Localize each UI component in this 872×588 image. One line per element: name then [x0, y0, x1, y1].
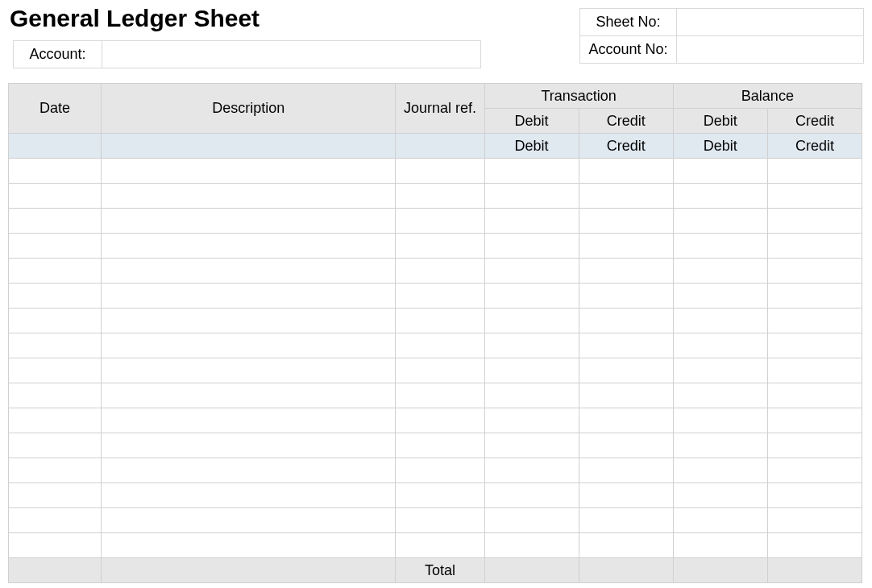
transaction-debit-input[interactable]	[485, 358, 579, 383]
date-input[interactable]	[9, 308, 101, 333]
balance-debit-input[interactable]	[674, 433, 767, 458]
balance-debit-input[interactable]	[674, 184, 767, 208]
balance-debit-input[interactable]	[674, 159, 767, 183]
balance-credit-input[interactable]	[768, 159, 862, 183]
balance-debit-input[interactable]	[674, 508, 767, 532]
transaction-credit-input[interactable]	[579, 184, 673, 208]
balance-credit-input[interactable]	[768, 433, 862, 458]
transaction-debit-input[interactable]	[485, 234, 579, 258]
balance-credit-input[interactable]	[768, 383, 862, 408]
date-input[interactable]	[9, 209, 101, 233]
journal-ref-input[interactable]	[396, 308, 484, 333]
transaction-credit-input[interactable]	[579, 383, 673, 408]
description-input[interactable]	[102, 408, 395, 433]
date-input[interactable]	[9, 458, 101, 482]
balance-credit-input[interactable]	[768, 408, 862, 433]
date-input[interactable]	[9, 259, 101, 283]
description-input[interactable]	[102, 284, 395, 308]
balance-debit-input[interactable]	[674, 533, 767, 557]
date-input[interactable]	[9, 234, 101, 258]
balance-credit-input[interactable]	[768, 234, 862, 258]
transaction-credit-input[interactable]	[579, 458, 673, 482]
journal-ref-input[interactable]	[396, 284, 484, 308]
sheet-no-input[interactable]	[683, 14, 857, 31]
transaction-credit-input[interactable]	[579, 408, 673, 433]
transaction-debit-input[interactable]	[485, 308, 579, 333]
balance-debit-input[interactable]	[674, 458, 767, 482]
account-no-input[interactable]	[683, 41, 857, 59]
transaction-credit-input[interactable]	[579, 433, 673, 458]
description-input[interactable]	[102, 209, 395, 233]
balance-debit-input[interactable]	[674, 259, 767, 283]
journal-ref-input[interactable]	[396, 383, 484, 408]
date-input[interactable]	[9, 433, 101, 458]
journal-ref-input[interactable]	[396, 159, 484, 183]
date-input[interactable]	[9, 159, 101, 183]
description-input[interactable]	[102, 483, 395, 507]
transaction-debit-input[interactable]	[485, 408, 579, 433]
date-input[interactable]	[9, 284, 101, 308]
transaction-credit-input[interactable]	[579, 483, 673, 507]
balance-credit-input[interactable]	[768, 483, 862, 507]
transaction-debit-input[interactable]	[485, 184, 579, 208]
description-input[interactable]	[102, 259, 395, 283]
balance-debit-input[interactable]	[674, 234, 767, 258]
balance-debit-input[interactable]	[674, 358, 767, 383]
journal-ref-input[interactable]	[396, 184, 484, 208]
balance-debit-input[interactable]	[674, 308, 767, 333]
balance-credit-input[interactable]	[768, 184, 862, 208]
transaction-debit-input[interactable]	[485, 458, 579, 482]
transaction-credit-input[interactable]	[579, 508, 673, 532]
balance-credit-input[interactable]	[768, 333, 862, 358]
balance-credit-input[interactable]	[768, 308, 862, 333]
balance-credit-input[interactable]	[768, 358, 862, 383]
balance-credit-input[interactable]	[768, 458, 862, 482]
description-input[interactable]	[102, 458, 395, 482]
transaction-credit-input[interactable]	[579, 358, 673, 383]
journal-ref-input[interactable]	[396, 408, 484, 433]
balance-credit-input[interactable]	[768, 284, 862, 308]
journal-ref-input[interactable]	[396, 259, 484, 283]
journal-ref-input[interactable]	[396, 234, 484, 258]
balance-debit-input[interactable]	[674, 383, 767, 408]
description-input[interactable]	[102, 308, 395, 333]
transaction-credit-input[interactable]	[579, 234, 673, 258]
description-input[interactable]	[102, 383, 395, 408]
date-input[interactable]	[9, 333, 101, 358]
date-input[interactable]	[9, 383, 101, 408]
transaction-credit-input[interactable]	[579, 533, 673, 557]
balance-debit-input[interactable]	[674, 408, 767, 433]
date-input[interactable]	[9, 358, 101, 383]
transaction-debit-input[interactable]	[485, 433, 579, 458]
transaction-debit-input[interactable]	[485, 159, 579, 183]
balance-credit-input[interactable]	[768, 533, 862, 557]
balance-credit-input[interactable]	[768, 508, 862, 532]
balance-debit-input[interactable]	[674, 333, 767, 358]
journal-ref-input[interactable]	[396, 433, 484, 458]
journal-ref-input[interactable]	[396, 533, 484, 557]
description-input[interactable]	[102, 508, 395, 532]
transaction-credit-input[interactable]	[579, 259, 673, 283]
journal-ref-input[interactable]	[396, 508, 484, 532]
description-input[interactable]	[102, 184, 395, 208]
journal-ref-input[interactable]	[396, 483, 484, 507]
balance-debit-input[interactable]	[674, 209, 767, 233]
transaction-credit-input[interactable]	[579, 159, 673, 183]
transaction-debit-input[interactable]	[485, 508, 579, 532]
transaction-debit-input[interactable]	[485, 333, 579, 358]
transaction-credit-input[interactable]	[579, 308, 673, 333]
description-input[interactable]	[102, 533, 395, 557]
date-input[interactable]	[9, 483, 101, 507]
date-input[interactable]	[9, 508, 101, 532]
transaction-debit-input[interactable]	[485, 284, 579, 308]
date-input[interactable]	[9, 533, 101, 557]
balance-debit-input[interactable]	[674, 483, 767, 507]
transaction-credit-input[interactable]	[579, 209, 673, 233]
transaction-debit-input[interactable]	[485, 483, 579, 507]
description-input[interactable]	[102, 234, 395, 258]
journal-ref-input[interactable]	[396, 209, 484, 233]
description-input[interactable]	[102, 333, 395, 358]
transaction-credit-input[interactable]	[579, 333, 673, 358]
transaction-credit-input[interactable]	[579, 284, 673, 308]
transaction-debit-input[interactable]	[485, 209, 579, 233]
